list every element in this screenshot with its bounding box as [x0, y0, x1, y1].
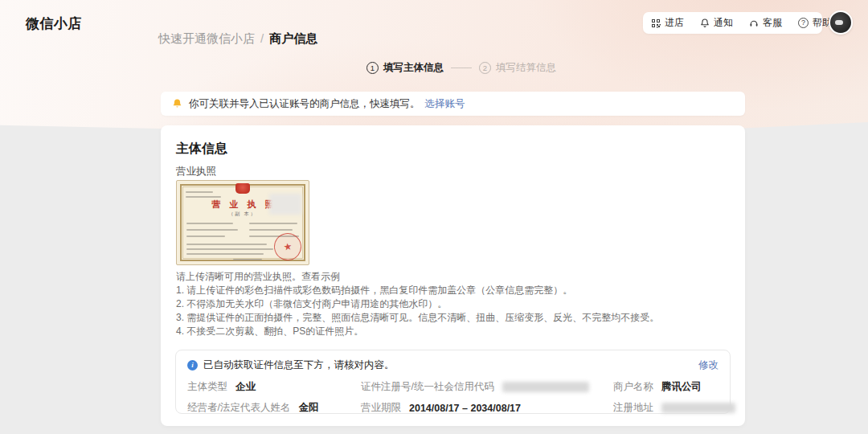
avatar[interactable] — [829, 10, 853, 35]
extracted-info-panel: i 已自动获取证件信息至下方，请核对内容。 修改 主体类型 企业 证件注册号/统… — [175, 350, 731, 414]
customer-service-button[interactable]: 客服 — [741, 12, 790, 34]
tip-item: 2. 不得添加无关水印（非微信支付商户申请用途的其他水印）。 — [176, 297, 714, 311]
field-merchant-name: 商户名称 腾讯公司 — [613, 380, 735, 394]
info-icon: i — [187, 360, 198, 371]
notice-text: 你可关联并导入已认证账号的商户信息，快速填写。 — [189, 97, 420, 111]
upload-tips: 请上传清晰可用的营业执照。查看示例 1. 请上传证件的彩色扫描件或彩色数码拍摄件… — [176, 270, 714, 338]
redacted-value — [661, 403, 735, 413]
edit-link[interactable]: 修改 — [698, 358, 719, 372]
license-text-line — [186, 253, 264, 255]
tip-item: 4. 不接受二次剪裁、翻拍、PS的证件照片。 — [176, 325, 714, 338]
license-text-line — [186, 248, 273, 250]
action-label: 客服 — [763, 16, 782, 30]
license-text-line — [186, 223, 233, 224]
breadcrumb-separator: / — [260, 31, 264, 45]
license-text-line — [233, 259, 262, 260]
tip-item: 3. 需提供证件的正面拍摄件，完整、照面信息清晰可见。信息不清晰、扭曲、压缩变形… — [176, 311, 714, 325]
business-license-image[interactable]: 营 业 执 照 （副 本） ★ — [176, 180, 309, 265]
license-text-line — [186, 229, 238, 231]
breadcrumb-parent[interactable]: 快速开通微信小店 — [158, 31, 255, 47]
notifications-button[interactable]: 通知 — [692, 12, 741, 34]
app-logo: 微信小店 — [26, 14, 82, 33]
step-label: 填写结算信息 — [496, 61, 556, 75]
headset-icon — [749, 18, 759, 28]
action-label: 通知 — [714, 16, 733, 30]
tips-intro: 请上传清晰可用的营业执照。 — [176, 271, 301, 282]
license-text-line — [186, 235, 225, 237]
field-business-term: 营业期限 2014/08/17 – 2034/08/17 — [361, 401, 613, 415]
qr-icon — [651, 18, 661, 28]
step-indicator: 1 填写主体信息 2 填写结算信息 — [366, 61, 556, 75]
subject-info-card: 主体信息 营业执照 营 业 执 照 （副 本） ★ 请上传清晰可用的营业执照。查… — [161, 125, 745, 426]
field-registered-address: 注册地址 — [613, 401, 735, 415]
step-number: 1 — [366, 62, 379, 74]
enter-store-button[interactable]: 进店 — [643, 12, 692, 34]
tips-intro-line: 请上传清晰可用的营业执照。查看示例 — [176, 270, 714, 284]
field-subject-type: 主体类型 企业 — [187, 380, 361, 394]
step-number: 2 — [479, 62, 491, 74]
step-connector — [451, 68, 472, 68]
view-example-link[interactable]: 查看示例 — [301, 271, 340, 282]
step-subject-info: 1 填写主体信息 — [366, 61, 444, 75]
bell-icon — [700, 18, 710, 28]
license-text-line — [186, 244, 267, 245]
field-legal-person: 经营者/法定代表人姓名 金阳 — [187, 401, 361, 415]
question-icon: ? — [798, 18, 809, 28]
notice-bar: 你可关联并导入已认证账号的商户信息，快速填写。 选择账号 — [161, 92, 745, 116]
license-text-line — [186, 191, 213, 193]
field-credit-code: 证件注册号/统一社会信用代码 — [361, 380, 613, 394]
license-text-line — [186, 196, 221, 198]
national-emblem-icon — [235, 183, 250, 194]
license-text-line — [249, 229, 293, 231]
redacted-patch — [269, 194, 301, 215]
bell-icon — [172, 98, 182, 109]
tip-item: 1. 请上传证件的彩色扫描件或彩色数码拍摄件，黑白复印件需加盖公章（公章信息需完… — [176, 284, 714, 297]
panel-header-text: 已自动获取证件信息至下方，请核对内容。 — [203, 358, 395, 372]
panel-header: i 已自动获取证件信息至下方，请核对内容。 修改 — [176, 350, 730, 372]
choose-account-link[interactable]: 选择账号 — [425, 97, 465, 111]
license-text-line — [249, 223, 297, 224]
redacted-value — [502, 382, 589, 392]
page-title: 商户信息 — [269, 31, 317, 47]
step-settlement-info: 2 填写结算信息 — [479, 61, 556, 75]
step-label: 填写主体信息 — [383, 61, 444, 75]
field-grid: 主体类型 企业 证件注册号/统一社会信用代码 商户名称 腾讯公司 经营者/法定代… — [176, 372, 730, 415]
action-label: 进店 — [665, 16, 684, 30]
topbar-actions: 进店 通知 客服 ? 帮助 ▾ — [643, 12, 822, 34]
business-license-label: 营业执照 — [176, 165, 216, 178]
section-title: 主体信息 — [176, 141, 227, 158]
breadcrumb: 快速开通微信小店 / 商户信息 — [158, 31, 317, 47]
